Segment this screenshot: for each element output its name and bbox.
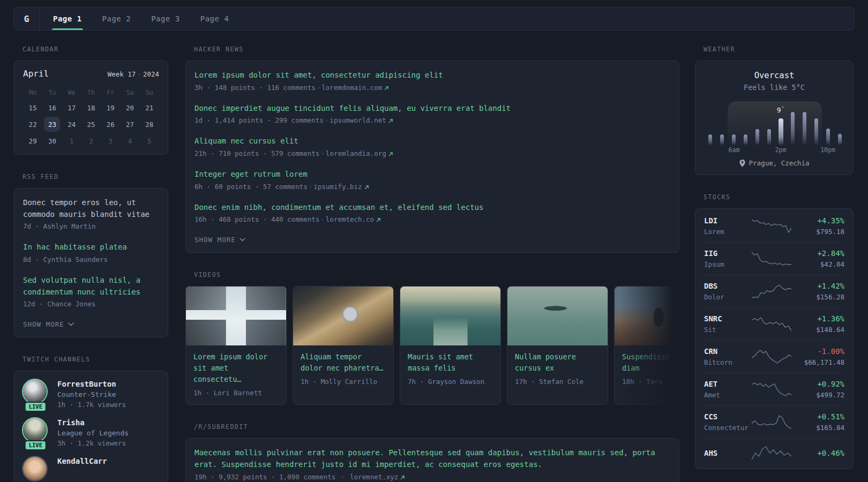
- post-domain: loremnet.xyz: [350, 473, 398, 481]
- degree-symbol: °: [781, 105, 785, 112]
- item-domain-link[interactable]: loremdomain.com: [321, 84, 389, 92]
- twitch-channel-name: ForrestBurton: [57, 380, 126, 388]
- hackernews-item-title[interactable]: Integer eget rutrum lorem: [194, 169, 670, 180]
- item-meta-text: 3h · 148 points · 116 comments: [194, 84, 316, 92]
- rss-widget: Donec tempor eros leo, ut commodo mauris…: [14, 188, 168, 337]
- video-card[interactable]: Aliquam tempor dolor nec pharetra… 1h · …: [293, 286, 394, 405]
- stock-row[interactable]: IIGIpsum+2.84%$42.04: [704, 242, 844, 275]
- stock-row[interactable]: CCSConsectetur+0.51%$165.84: [704, 405, 844, 438]
- app-logo[interactable]: G: [14, 7, 40, 30]
- stock-row[interactable]: LDILorem+4.35%$795.18: [704, 210, 844, 242]
- hackernews-item: Lorem ipsum dolor sit amet, consectetur …: [194, 70, 670, 92]
- tab-page-2[interactable]: Page 2: [92, 7, 141, 30]
- calendar-day: 1: [62, 133, 81, 149]
- hackernews-item-title[interactable]: Aliquam nec cursus elit: [194, 135, 670, 147]
- stock-name: Consectetur: [704, 424, 750, 432]
- hackernews-item-title[interactable]: Donec enim nibh, condimentum et accumsan…: [194, 202, 670, 214]
- weather-bar: [803, 112, 806, 145]
- hackernews-item: Donec imperdiet augue tincidunt felis al…: [194, 103, 670, 125]
- stock-id: AHS: [704, 449, 750, 457]
- twitch-channel-info: ForrestBurtonCounter-Strike1h · 1.7k vie…: [57, 380, 126, 409]
- stock-change: +0.92%: [793, 380, 844, 388]
- stock-row[interactable]: AHS+0.46%: [704, 438, 844, 468]
- calendar-day: 18: [81, 100, 101, 116]
- rss-show-more-button[interactable]: SHOW MORE: [23, 319, 74, 328]
- hackernews-item-title[interactable]: Donec imperdiet augue tincidunt felis al…: [194, 103, 670, 115]
- item-domain: loremtech.co: [326, 215, 374, 223]
- external-link-icon: [400, 475, 405, 480]
- stock-row[interactable]: AETAmet+0.92%$499.72: [704, 373, 844, 405]
- section-label-twitch: TWITCH CHANNELS: [23, 356, 168, 363]
- calendar-day: 30: [42, 133, 62, 149]
- stock-quote: +0.46%: [793, 449, 844, 457]
- stock-sparkline: [750, 251, 793, 267]
- calendar-weekday: Fr: [101, 86, 120, 99]
- post-meta-text: 19h · 9,932 points · 1,090 comments: [194, 473, 335, 481]
- tab-page-3[interactable]: Page 3: [141, 7, 190, 30]
- post-domain-link[interactable]: loremnet.xyz: [350, 473, 405, 481]
- video-title: Aliquam tempor dolor nec pharetra…: [301, 351, 386, 374]
- stock-name: Bitcorn: [704, 358, 750, 366]
- calendar-day-number: 5: [141, 133, 158, 148]
- item-domain-link[interactable]: ipsumify.biz: [313, 183, 369, 191]
- weather-condition: Overcast: [704, 71, 844, 80]
- item-meta-text: 6h · 60 points · 57 comments: [194, 183, 308, 191]
- stock-price: $165.84: [793, 424, 844, 432]
- weather-bar-slot: [728, 134, 739, 145]
- hackernews-show-more-button[interactable]: SHOW MORE: [194, 235, 245, 244]
- twitch-avatar-wrap: [23, 457, 50, 480]
- stock-ticker: AHS: [704, 449, 750, 457]
- stock-quote: +1.42%$156.28: [793, 282, 844, 301]
- separator-dot: ·: [309, 183, 313, 191]
- calendar-day: 19: [101, 100, 120, 116]
- video-card[interactable]: Lorem ipsum dolor sit amet consectetu… 1…: [185, 286, 287, 405]
- chevron-down-icon: [68, 322, 74, 326]
- stock-row[interactable]: SNRCSit+1.36%$148.64: [704, 307, 844, 340]
- rss-item-title[interactable]: Sed volutpat nulla nisl, a condimentum n…: [23, 275, 159, 298]
- stock-row[interactable]: DBSDolor+1.42%$156.28: [704, 275, 844, 307]
- sparkline-chart: [751, 283, 792, 299]
- tab-label: Page 2: [102, 14, 131, 23]
- twitch-channel-list: LIVEForrestBurtonCounter-Strike1h · 1.7k…: [23, 380, 159, 480]
- stock-ticker: AET: [704, 380, 750, 388]
- show-more-label: SHOW MORE: [23, 320, 64, 328]
- item-domain-link[interactable]: loremlandia.org: [326, 149, 393, 157]
- tab-page-1[interactable]: Page 1: [43, 7, 92, 30]
- twitch-channel[interactable]: LIVETrishaLeague of Legends3h · 1.2k vie…: [23, 418, 159, 447]
- stock-row[interactable]: CRNBitcorn-1.00%$66,171.48: [704, 340, 844, 373]
- weather-feels-like: Feels like 5°C: [704, 83, 844, 92]
- item-domain-link[interactable]: ipsumworld.net: [330, 116, 393, 124]
- hackernews-item-meta: 16h · 468 points · 440 comments·loremtec…: [194, 215, 670, 223]
- calendar-day-number: 30: [44, 133, 60, 148]
- weather-bar: [838, 134, 842, 145]
- calendar-weekday: Mo: [23, 86, 42, 99]
- reddit-post: Maecenas mollis pulvinar erat non posuer…: [194, 447, 670, 480]
- tab-page-4[interactable]: Page 4: [190, 7, 240, 30]
- video-card[interactable]: Nullam posuere cursus ex 17h · Stefan Co…: [507, 286, 608, 405]
- video-card[interactable]: Suspendisse diam 18h · Tara: [614, 286, 679, 405]
- calendar-day: 5: [140, 133, 159, 149]
- rss-section: RSS FEED Donec tempor eros leo, ut commo…: [14, 173, 168, 337]
- hackernews-item-meta: 3h · 148 points · 116 comments·loremdoma…: [194, 84, 670, 92]
- stock-id: DBSDolor: [704, 282, 750, 301]
- calendar-day: 20: [120, 100, 139, 116]
- reddit-post-title[interactable]: Maecenas mollis pulvinar erat non posuer…: [194, 447, 670, 470]
- calendar-day-number: 22: [25, 117, 41, 132]
- twitch-channel[interactable]: LIVEForrestBurtonCounter-Strike1h · 1.7k…: [23, 380, 159, 409]
- rss-item-title[interactable]: Donec tempor eros leo, ut commodo mauris…: [23, 197, 159, 220]
- weather-bar: [720, 134, 724, 145]
- rss-item-title[interactable]: In hac habitasse platea: [23, 242, 159, 253]
- weather-bar-slot: [834, 134, 845, 145]
- weather-bar-current: [779, 118, 783, 145]
- video-card[interactable]: Mauris sit amet massa felis 7h · Grayson…: [400, 286, 501, 405]
- rss-item-meta: 12d · Chance Jones: [23, 300, 159, 308]
- calendar-weekday: Tu: [42, 86, 62, 99]
- calendar-day-number: 18: [83, 100, 99, 115]
- twitch-channel[interactable]: KendallCarr: [23, 457, 159, 480]
- item-domain-link[interactable]: loremtech.co: [326, 215, 381, 223]
- tab-label: Page 4: [200, 14, 229, 23]
- hackernews-item-title[interactable]: Lorem ipsum dolor sit amet, consectetur …: [194, 70, 670, 81]
- twitch-channel-info: KendallCarr: [57, 457, 107, 480]
- calendar-year: 2024: [143, 70, 159, 78]
- hackernews-item: Integer eget rutrum lorem6h · 60 points …: [194, 169, 670, 191]
